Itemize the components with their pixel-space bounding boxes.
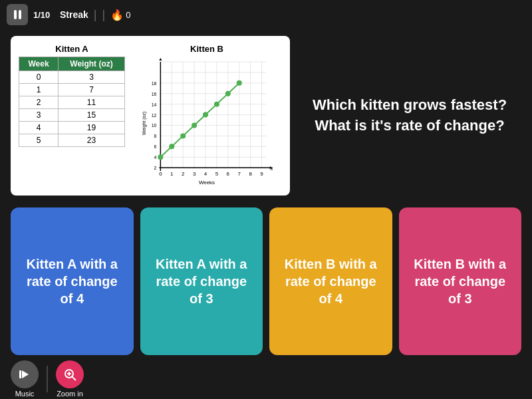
svg-text:8: 8 bbox=[249, 171, 252, 177]
svg-point-60 bbox=[225, 91, 231, 96]
svg-text:6: 6 bbox=[154, 144, 157, 149]
table-row: 523 bbox=[19, 134, 125, 147]
col-week: Week bbox=[19, 57, 59, 71]
divider-2: | bbox=[102, 8, 106, 22]
answer-label-1: Kitten A with a rate of change of 4 bbox=[21, 255, 123, 307]
table-title: Kitten A bbox=[19, 44, 125, 54]
answer-label-2: Kitten A with a rate of change of 3 bbox=[151, 255, 253, 307]
answers-area: Kitten A with a rate of change of 4 Kitt… bbox=[0, 202, 532, 362]
svg-text:Weeks: Weeks bbox=[199, 180, 215, 186]
music-label: Music bbox=[15, 390, 35, 398]
svg-point-56 bbox=[180, 133, 186, 138]
graph-svg: x Weeks Weight (oz) 0 1 2 3 4 5 6 7 8 9 … bbox=[140, 55, 273, 188]
table-row: 315 bbox=[19, 109, 125, 122]
music-circle[interactable] bbox=[11, 360, 39, 388]
bottom-divider bbox=[47, 366, 48, 392]
svg-text:0: 0 bbox=[159, 171, 162, 177]
svg-text:18: 18 bbox=[152, 81, 157, 86]
music-button[interactable]: Music bbox=[11, 360, 39, 398]
svg-point-58 bbox=[203, 112, 208, 118]
question-panel: Which kitten grows fastest?What is it's … bbox=[298, 36, 521, 196]
question-text: Which kitten grows fastest?What is it's … bbox=[313, 95, 507, 136]
svg-text:10: 10 bbox=[152, 123, 157, 128]
left-panel: Kitten A Week Weight (oz) 03172113154195… bbox=[11, 36, 290, 196]
svg-text:16: 16 bbox=[152, 92, 157, 96]
bottom-bar: Music Zoom in bbox=[0, 362, 532, 396]
svg-text:7: 7 bbox=[238, 171, 241, 177]
table-row: 211 bbox=[19, 96, 125, 109]
svg-text:6: 6 bbox=[227, 171, 230, 177]
svg-text:9: 9 bbox=[260, 171, 263, 177]
svg-text:2: 2 bbox=[154, 166, 157, 170]
fire-score: 🔥 0 bbox=[110, 9, 130, 21]
answer-button-4[interactable]: Kitten B with a rate of change of 3 bbox=[399, 207, 522, 355]
svg-text:14: 14 bbox=[152, 102, 157, 107]
answer-button-1[interactable]: Kitten A with a rate of change of 4 bbox=[11, 207, 134, 355]
streak-label: Streak bbox=[60, 9, 88, 20]
svg-rect-63 bbox=[19, 370, 21, 378]
table-row: 419 bbox=[19, 122, 125, 134]
top-bar: 1/10 Streak | | 🔥 0 bbox=[0, 0, 532, 29]
score-value: 0 bbox=[126, 10, 130, 20]
zoom-label: Zoom in bbox=[57, 390, 83, 398]
svg-point-55 bbox=[169, 144, 174, 149]
svg-marker-62 bbox=[22, 370, 29, 378]
graph-title: Kitten B bbox=[190, 44, 223, 54]
svg-text:Weight (oz): Weight (oz) bbox=[142, 112, 147, 135]
answer-label-4: Kitten B with a rate of change of 3 bbox=[410, 255, 511, 307]
table-body: 0317211315419523 bbox=[19, 71, 125, 147]
table-section: Kitten A Week Weight (oz) 03172113154195… bbox=[19, 44, 125, 188]
fire-icon: 🔥 bbox=[110, 9, 124, 21]
svg-text:12: 12 bbox=[152, 113, 157, 118]
svg-text:1: 1 bbox=[170, 171, 174, 177]
svg-text:x: x bbox=[271, 166, 273, 172]
zoom-circle[interactable] bbox=[56, 360, 84, 388]
svg-text:5: 5 bbox=[215, 171, 219, 177]
zoom-icon bbox=[63, 367, 77, 382]
svg-text:4: 4 bbox=[154, 155, 157, 160]
table-row: 03 bbox=[19, 71, 125, 84]
svg-point-61 bbox=[237, 80, 242, 86]
table-row: 17 bbox=[19, 84, 125, 96]
svg-text:8: 8 bbox=[154, 134, 157, 138]
svg-text:3: 3 bbox=[193, 171, 196, 177]
svg-line-65 bbox=[72, 377, 76, 381]
music-icon bbox=[18, 368, 31, 381]
answer-button-3[interactable]: Kitten B with a rate of change of 4 bbox=[269, 207, 392, 355]
svg-marker-24 bbox=[159, 58, 162, 61]
svg-point-59 bbox=[214, 102, 219, 107]
col-weight: Weight (oz) bbox=[59, 57, 125, 71]
graph-section: Kitten B bbox=[132, 44, 282, 188]
answer-label-3: Kitten B with a rate of change of 4 bbox=[280, 255, 382, 307]
kitten-table: Week Weight (oz) 0317211315419523 bbox=[19, 57, 125, 147]
divider-1: | bbox=[94, 8, 97, 22]
progress-indicator: 1/10 bbox=[33, 10, 55, 20]
zoom-button[interactable]: Zoom in bbox=[56, 360, 84, 398]
svg-point-54 bbox=[158, 154, 163, 160]
svg-point-57 bbox=[192, 122, 197, 128]
answer-button-2[interactable]: Kitten A with a rate of change of 3 bbox=[140, 207, 263, 355]
pause-button[interactable] bbox=[7, 4, 28, 25]
content-area: Kitten A Week Weight (oz) 03172113154195… bbox=[0, 29, 532, 202]
svg-text:4: 4 bbox=[204, 171, 207, 177]
svg-text:2: 2 bbox=[182, 171, 185, 177]
